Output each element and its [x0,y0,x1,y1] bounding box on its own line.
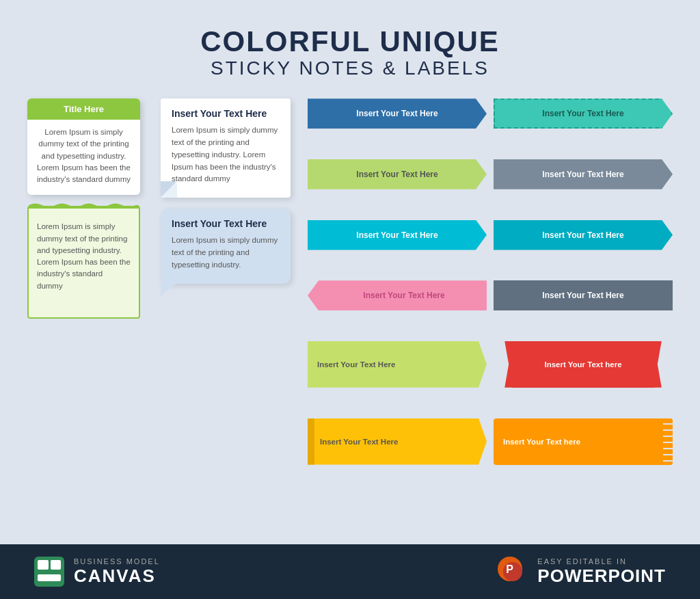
right-column: Insert Your Text Here Insert Your Text H… [308,98,673,488]
label-r2c1[interactable]: Insert Your Text Here [308,159,487,189]
sticky-tab-label: Title Here [27,98,140,120]
label-r5c1[interactable]: Insert Your Text Here [308,341,487,388]
powerpoint-logo-icon: P [498,557,528,587]
sticky-note-green-tab: Title Here Lorem Ipsum is simply dummy t… [27,98,140,195]
footer-right-text: EASY EDITABLE IN POWERPOINT [537,557,666,587]
page-title-bold: COLORFUL UNIQUE [0,26,700,57]
paper-note-2-body: Lorem Ipsum is simply dummy text of the … [172,235,280,271]
sticky-note-wavy: Lorem Ipsum is simply dummy text of the … [27,206,140,319]
paper-note-white: Insert Your Text Here Lorem Ipsum is sim… [161,98,291,198]
page-title-light: STICKY NOTES & LABELS [0,57,700,79]
label-r3c1[interactable]: Insert Your Text Here [308,220,487,250]
footer-brand-small: BUSINESS MODEL [74,557,160,565]
label-r4c1[interactable]: Insert Your Text Here [308,280,487,310]
paper-note-2-title: Insert Your Text Here [172,218,280,229]
paper-note-1-title: Insert Your Text Here [172,108,280,119]
label-r1c1[interactable]: Insert Your Text Here [308,98,487,129]
labels-grid: Insert Your Text Here Insert Your Text H… [308,98,673,488]
footer-powered-small: EASY EDITABLE IN [537,557,666,565]
page-header: COLORFUL UNIQUE STICKY NOTES & LABELS [0,0,700,92]
paper-note-1-body: Lorem Ipsum is simply dummy text of the … [172,124,280,185]
label-r6c1[interactable]: Insert Your Text Here [308,418,487,465]
left-column: Title Here Lorem Ipsum is simply dummy t… [27,98,147,488]
wavy-decoration [29,202,139,209]
label-r5c2[interactable]: Insert Your Text here [494,341,673,388]
footer-brand-text: BUSINESS MODEL CANVAS [74,557,160,587]
label-r2c2[interactable]: Insert Your Text Here [494,159,673,189]
footer-brand-large: CANVAS [74,565,160,587]
label-r3c2[interactable]: Insert Your Text Here [494,220,673,250]
label-r1c2[interactable]: Insert Your Text Here [494,98,673,129]
footer-powered-large: POWERPOINT [537,565,666,587]
bubble-tail [161,282,178,296]
label-r4c2[interactable]: Insert Your Text Here [494,280,673,310]
sticky-note-2-body: Lorem Ipsum is simply dummy text of the … [37,221,131,292]
middle-column: Insert Your Text Here Lorem Ipsum is sim… [161,98,294,488]
label-r6c2[interactable]: Insert Your Text here [494,418,673,465]
footer-right: P EASY EDITABLE IN POWERPOINT [498,557,666,587]
sticky-note-1-body: Lorem Ipsum is simply dummy text of the … [27,120,140,195]
main-content: Title Here Lorem Ipsum is simply dummy t… [0,92,700,495]
paper-note-blue: Insert Your Text Here Lorem Ipsum is sim… [161,209,291,283]
canvas-logo-icon [34,557,64,587]
footer-left: BUSINESS MODEL CANVAS [34,557,160,587]
footer: BUSINESS MODEL CANVAS P EASY EDITABLE IN… [0,544,700,599]
